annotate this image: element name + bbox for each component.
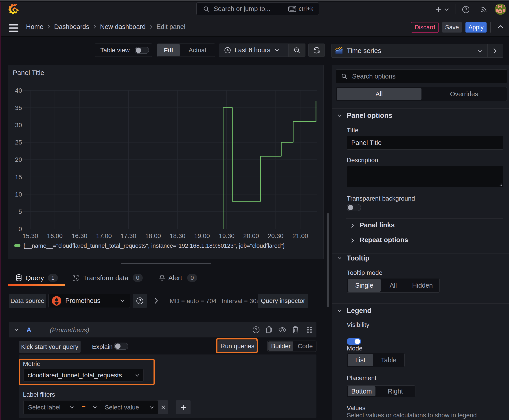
svg-text:21:00: 21:00 — [292, 232, 308, 239]
svg-text:25: 25 — [15, 139, 22, 146]
svg-text:15: 15 — [15, 174, 22, 181]
svg-text:17:00: 17:00 — [96, 232, 112, 239]
svg-text:15:30: 15:30 — [23, 232, 38, 239]
svg-text:19:30: 19:30 — [219, 232, 235, 239]
svg-text:16:00: 16:00 — [47, 232, 63, 239]
svg-text:20: 20 — [15, 156, 22, 163]
svg-text:5: 5 — [18, 208, 22, 215]
svg-text:40: 40 — [15, 87, 22, 94]
svg-text:0: 0 — [18, 225, 22, 232]
svg-text:30: 30 — [15, 122, 22, 128]
svg-text:20:00: 20:00 — [243, 232, 259, 239]
svg-text:17:30: 17:30 — [121, 232, 136, 239]
svg-text:35: 35 — [15, 104, 22, 111]
svg-text:19:00: 19:00 — [194, 232, 210, 239]
svg-text:16:30: 16:30 — [72, 232, 87, 239]
svg-text:10: 10 — [15, 191, 22, 198]
svg-text:18:30: 18:30 — [170, 232, 185, 239]
svg-text:20:30: 20:30 — [268, 232, 283, 239]
svg-text:18:00: 18:00 — [145, 232, 161, 239]
